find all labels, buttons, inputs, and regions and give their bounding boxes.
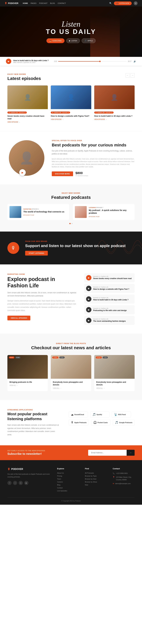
news-card-3: Design 3 min Everybody loves pineapples … bbox=[94, 355, 134, 391]
view-all-episodes-button[interactable]: VIEW ALL EPISODES bbox=[8, 316, 30, 320]
nav-pages[interactable]: PAGES bbox=[30, 2, 36, 4]
listen-button[interactable]: ▶ LISTEN bbox=[66, 38, 80, 43]
footer-link-about[interactable]: About Us bbox=[57, 472, 79, 474]
featured-badge-label-1: Marketing bbox=[23, 208, 32, 210]
youtube-icon[interactable]: ▶ bbox=[24, 481, 28, 485]
volume-icon[interactable]: 🔊 bbox=[134, 60, 136, 62]
news-sub-2[interactable]: VIEW ALL → bbox=[53, 388, 89, 389]
featured-podcasts-section: Enjoy New Shows Featured podcasts Market… bbox=[0, 185, 142, 232]
ep-list-episode-5: Episode 15 • Fashion Life bbox=[93, 318, 133, 320]
nav-podcast[interactable]: PODCAST bbox=[39, 2, 48, 4]
nav-home[interactable]: HOME bbox=[23, 2, 28, 4]
footer-link-blog[interactable]: Blog bbox=[57, 484, 79, 486]
carousel-dots bbox=[8, 223, 134, 224]
footer-link-host[interactable]: Browse by Host bbox=[85, 478, 107, 480]
player-progress[interactable]: 0:00 28:27 bbox=[54, 60, 132, 62]
twitter-icon[interactable]: t bbox=[13, 481, 17, 485]
newsletter-text: Get early access to the new episodes Sub… bbox=[8, 450, 45, 456]
news-image-1: Music 6 min bbox=[8, 355, 48, 379]
episode-badge-label-1: Fashion Life bbox=[10, 112, 18, 113]
episode-link-2[interactable]: VIEW EPISODE → bbox=[51, 118, 91, 120]
episode-image-2: 👤 bbox=[51, 86, 91, 109]
episode-number-2: Episode 12 bbox=[62, 112, 69, 113]
avatar[interactable]: U bbox=[134, 1, 138, 5]
episode-meta-3: 🎙 Fashion Life Episode 13 How to build h… bbox=[94, 109, 134, 121]
dot-2[interactable] bbox=[72, 223, 73, 224]
episode-badge-icon-1: 🎙 bbox=[8, 112, 10, 113]
newsletter-submit-button[interactable]: → bbox=[126, 450, 134, 456]
rss-badge[interactable]: 📡 RSS Feed bbox=[112, 412, 131, 418]
footer-link-team[interactable]: Team bbox=[57, 478, 79, 480]
newsletter-email-input[interactable] bbox=[88, 450, 126, 456]
player-total-time: 28:27 bbox=[128, 60, 132, 62]
pocket-casts-badge[interactable]: 🎧 Pocket Casts bbox=[91, 420, 110, 426]
featured-link-1[interactable]: EPISODE PAGE bbox=[23, 214, 64, 216]
ep-list-meta-2: Episode 12 • Fashion Life How to design … bbox=[93, 286, 133, 290]
subscribe-label: SUBSCRIBE bbox=[52, 40, 62, 42]
progress-bar[interactable] bbox=[58, 61, 126, 62]
news-sub-1[interactable]: VIEW ALL → bbox=[10, 384, 46, 386]
episode-card: 👤 🎙 Fashion Life Episode 12 How to desig… bbox=[51, 86, 91, 124]
news-sub-3[interactable]: VIEW ALL → bbox=[96, 388, 132, 389]
apple-button[interactable]: 🎵 APPLE bbox=[82, 38, 96, 43]
rss-icon: 📡 bbox=[114, 413, 117, 416]
footer-link-live[interactable]: Live Episodes bbox=[57, 490, 79, 492]
listen-now-button[interactable]: 🎧 LISTEN NOW bbox=[114, 2, 132, 5]
ep-list-icon-2: ▶ bbox=[86, 286, 92, 291]
start-listening-button[interactable]: START LISTENING bbox=[25, 251, 48, 256]
episode-title-1: Seven books every creative should have r… bbox=[8, 115, 48, 120]
instagram-icon[interactable]: in bbox=[19, 481, 23, 485]
news-section: Direct from the Blog Posts Checkout our … bbox=[0, 334, 142, 400]
featured-episode-2: Episode 7 bbox=[96, 207, 104, 208]
footer-link-contact[interactable]: Contact bbox=[57, 487, 79, 489]
episode-badge-3: 🎙 Fashion Life Episode 13 bbox=[94, 112, 114, 114]
footer-link-topic[interactable]: Browse by Topic bbox=[85, 475, 107, 477]
platforms-row-1: ☁ SoundCloud 🎵 Spotify 📡 RSS Feed bbox=[69, 412, 134, 418]
episode-link-1[interactable]: VIEW EPISODE → bbox=[8, 121, 48, 123]
google-podcasts-badge[interactable]: 🎵 Google Podcasts bbox=[113, 420, 134, 426]
footer-brand: 🎙 PODOVER Our pick of the best podcasts … bbox=[8, 468, 51, 492]
footer-phone-text: +123 9999 0001 bbox=[116, 472, 128, 475]
soundcloud-badge[interactable]: ☁ SoundCloud bbox=[69, 412, 88, 418]
apple-podcasts-badge[interactable]: 🎙 Apple Podcasts bbox=[69, 420, 89, 425]
spotify-badge[interactable]: 🎵 Spotify bbox=[90, 412, 110, 418]
subscribe-button[interactable]: 📥 SUBSCRIBE bbox=[46, 38, 65, 43]
bp-desc2: Ipsum dolusse adis felix hilduris comodo… bbox=[52, 158, 134, 168]
footer-link-all-podcasts[interactable]: All Podcasts bbox=[85, 472, 107, 474]
search-icon[interactable]: 🔍 bbox=[109, 2, 112, 4]
footer-link-pricing[interactable]: Pricing bbox=[57, 475, 79, 477]
ep-list-icon-4: ▶ bbox=[86, 307, 92, 312]
footer-logo-text: PODOVER bbox=[11, 468, 23, 470]
progress-dot bbox=[99, 61, 100, 62]
facebook-icon[interactable]: f bbox=[8, 481, 12, 485]
episodes-prev-button[interactable]: ← bbox=[126, 73, 130, 78]
news-badge-time-3: 3 min bbox=[103, 356, 108, 358]
ep-list-episode-4: Episode 14 • Fashion Life bbox=[93, 308, 133, 309]
hero-section: Listen TO US DAILY 📥 SUBSCRIBE ▶ LISTEN … bbox=[0, 6, 142, 57]
footer-find-title: Find bbox=[85, 468, 107, 470]
episodes-section-title: Latest episodes bbox=[8, 76, 41, 81]
featured-link-2[interactable]: EPISODE PAGE bbox=[89, 216, 132, 217]
episode-image-3: 👤 bbox=[94, 86, 134, 109]
footer-link-careers[interactable]: Careers bbox=[57, 481, 79, 483]
episode-link-3[interactable]: VIEW EPISODE → bbox=[94, 118, 134, 120]
apple-icon: 🎵 bbox=[84, 40, 87, 42]
news-header: Direct from the Blog Posts Checkout our … bbox=[8, 342, 134, 350]
episodes-section-label: Enjoy New Shows bbox=[8, 73, 41, 75]
footer-link-show[interactable]: Browse by Show bbox=[85, 481, 107, 483]
episodes-next-button[interactable]: → bbox=[130, 73, 134, 78]
ep-list-meta-3: Episode 13 • Fashion Life How to build h… bbox=[93, 297, 133, 301]
nav-contact[interactable]: CONTACT bbox=[58, 2, 66, 4]
platforms-content: Most popular podcast listening platforms… bbox=[8, 412, 134, 436]
dot-1[interactable] bbox=[69, 223, 70, 224]
news-image-2: Culture 3 min bbox=[51, 355, 91, 379]
footer-link-new[interactable]: New bbox=[85, 484, 107, 486]
nav-blog[interactable]: BLOG bbox=[50, 2, 55, 4]
explore-desc: Sem ornare adis felix hilduris comodo. S… bbox=[8, 291, 77, 298]
ep-list-episode-2: Episode 12 • Fashion Life bbox=[93, 286, 133, 288]
episode-badge-1: 🎙 Fashion Life Episode 11 bbox=[8, 112, 27, 114]
discover-more-button[interactable]: DISCOVER MORE bbox=[52, 172, 73, 176]
play-button[interactable]: ▶ bbox=[6, 59, 11, 64]
footer-explore-col: Explore About Us Pricing Team Careers Bl… bbox=[57, 468, 79, 492]
episode-image-1: 👤 bbox=[8, 86, 48, 109]
